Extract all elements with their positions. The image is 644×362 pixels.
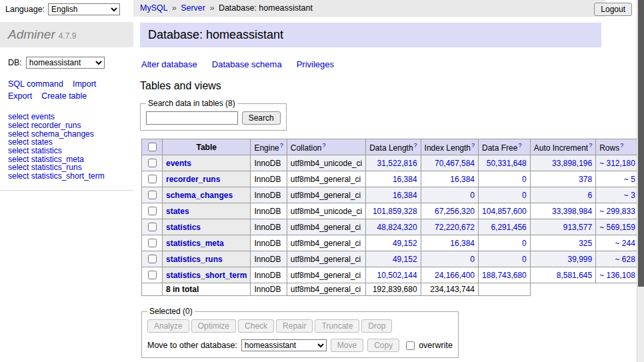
check-all-checkbox[interactable] [148, 143, 157, 151]
rows-count-cell: ~ 136,108 [596, 267, 639, 283]
table-link[interactable]: states [166, 207, 189, 216]
total-row: 8 in totalInnoDButf8mb4_general_ci192,83… [142, 283, 644, 296]
db-nav-link[interactable]: Alter database [141, 59, 197, 69]
scrollbar[interactable] [637, 0, 644, 362]
index-length-cell: 16,384 [421, 171, 478, 187]
truncate-button[interactable]: Truncate [315, 319, 359, 333]
collation-cell: utf8mb4_general_ci [287, 235, 365, 251]
auto-increment-cell: 378 [530, 171, 595, 187]
table-name-cell: schema_changes [163, 187, 251, 203]
data-length-cell: 31,522,816 [366, 155, 421, 171]
move-button[interactable]: Move [331, 339, 363, 352]
rows-count-cell: ~ 3 [596, 187, 639, 203]
help-link[interactable]: ? [589, 142, 592, 149]
data-length-cell: 10,502,144 [366, 267, 421, 283]
table-link[interactable]: statistics [166, 223, 201, 232]
rows-count-link[interactable]: ~ 569,159 [599, 223, 635, 232]
help-link[interactable]: ? [620, 142, 623, 149]
row-checkbox-cell [142, 251, 163, 267]
auto-increment-cell: 8,581,645 [530, 267, 595, 283]
language-select[interactable]: English [48, 3, 120, 15]
collation-cell: utf8mb4_general_ci [287, 251, 365, 267]
rows-count-link[interactable]: ~ 628 [615, 255, 635, 264]
db-select[interactable]: homeassistant [26, 57, 105, 69]
selected-legend: Selected (0) [147, 307, 195, 316]
help-link[interactable]: ? [414, 142, 417, 149]
help-link[interactable]: ? [280, 142, 283, 149]
table-link[interactable]: statistics_runs [166, 255, 223, 264]
language-row: Language: English [5, 3, 120, 15]
row-checkbox[interactable] [148, 191, 157, 199]
total-data-length-cell: 192,839,680 [366, 283, 421, 296]
scrollbar-thumb[interactable] [638, 0, 644, 287]
overwrite-checkbox[interactable] [406, 341, 415, 350]
sidebar-table-link[interactable]: select statistics [8, 147, 125, 155]
sidebar-table-link[interactable]: select statistics_short_term [8, 172, 125, 181]
help-link[interactable]: ? [518, 142, 521, 149]
db-nav-link[interactable]: Database schema [212, 59, 282, 69]
search-button[interactable]: Search [242, 111, 281, 125]
data-free-cell: 0 [479, 187, 531, 203]
rows-count-link[interactable]: ~ 299,833 [599, 207, 635, 216]
export-link[interactable]: Export [8, 91, 32, 101]
table-link[interactable]: schema_changes [166, 191, 233, 200]
analyze-button[interactable]: Analyze [147, 319, 189, 333]
engine-cell: InnoDB [251, 203, 287, 219]
total-label: 8 in total [163, 283, 251, 296]
import-link[interactable]: Import [73, 79, 96, 89]
rows-count-link[interactable]: ~ 244 [615, 239, 635, 248]
collation-cell: utf8mb4_unicode_ci [287, 155, 365, 171]
row-checkbox[interactable] [148, 271, 157, 279]
create-table-link-sidebar[interactable]: Create table [41, 91, 87, 101]
sidebar-table-links: select eventsselect recorder_runsselect … [0, 102, 133, 191]
total-collation-cell: utf8mb4_general_ci [287, 283, 365, 296]
search-input[interactable] [146, 111, 238, 125]
breadcrumb-link-mysql[interactable]: MySQL [140, 3, 167, 13]
optimize-button[interactable]: Optimize [191, 319, 236, 333]
total-index-length-cell: 234,143,744 [421, 283, 478, 296]
table-name-cell: statistics_short_term [163, 267, 251, 283]
index-length-cell: 70,467,584 [421, 155, 478, 171]
row-checkbox[interactable] [148, 239, 157, 247]
help-link[interactable]: ? [322, 142, 325, 149]
rows-count-cell: ~ 312,180 [596, 155, 639, 171]
repair-button[interactable]: Repair [276, 319, 313, 333]
rows-count-cell: ~ 628 [596, 251, 639, 267]
rows-count-link[interactable]: ~ 312,180 [599, 159, 635, 168]
db-nav-link[interactable]: Privileges [297, 59, 334, 69]
help-link[interactable]: ? [471, 142, 475, 149]
copy-button[interactable]: Copy [367, 339, 399, 352]
row-checkbox[interactable] [148, 207, 157, 215]
data-length-cell: 16,384 [366, 187, 421, 203]
auto-increment-cell: 913,577 [530, 219, 595, 235]
row-checkbox[interactable] [148, 159, 157, 167]
row-checkbox[interactable] [148, 175, 157, 183]
table-link[interactable]: statistics_short_term [166, 271, 247, 280]
table-name-cell: states [163, 203, 251, 219]
check-button[interactable]: Check [238, 319, 274, 333]
rows-count-link[interactable]: ~ 136,108 [599, 271, 635, 280]
rows-count-cell: ~ 299,833 [596, 203, 639, 219]
logout-button[interactable]: Logout [594, 3, 632, 16]
move-db-select[interactable]: homeassistant [241, 339, 327, 351]
tables-header-row: TableEngine?Collation?Data Length?Index … [142, 139, 644, 155]
index-length-cell: 16,384 [421, 235, 478, 251]
column-header: Data Length? [366, 139, 421, 155]
row-checkbox[interactable] [148, 255, 157, 263]
drop-button[interactable]: Drop [361, 319, 392, 333]
row-checkbox-cell [142, 219, 163, 235]
language-label: Language: [5, 5, 45, 14]
table-link[interactable]: events [166, 159, 191, 168]
breadcrumb-link-server[interactable]: Server [181, 3, 205, 13]
sidebar-table-link[interactable]: select recorder_runs [8, 121, 125, 130]
data-free-cell: 0 [479, 235, 531, 251]
table-row: eventsInnoDButf8mb4_unicode_ci31,522,816… [142, 155, 644, 171]
sidebar-actions: SQL commandImport ExportCreate table [0, 69, 133, 102]
rows-count-link[interactable]: ~ 5 [624, 175, 635, 184]
sql-command-link[interactable]: SQL command [8, 79, 63, 89]
table-link[interactable]: recorder_runs [166, 175, 220, 184]
table-row: statistics_metaInnoDButf8mb4_general_ci4… [142, 235, 644, 251]
row-checkbox[interactable] [148, 223, 157, 231]
table-link[interactable]: statistics_meta [166, 239, 224, 248]
rows-count-link[interactable]: ~ 3 [624, 191, 635, 200]
